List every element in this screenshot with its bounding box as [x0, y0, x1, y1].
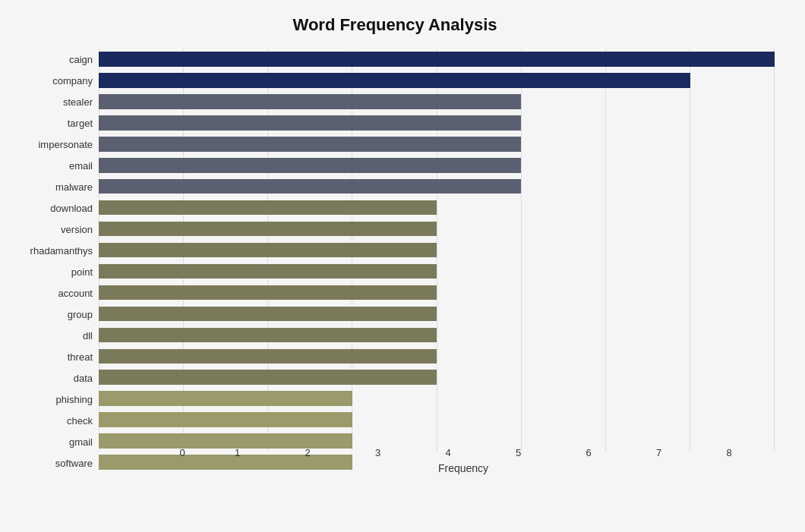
bar	[99, 115, 521, 131]
x-tick: 7	[644, 447, 674, 458]
y-label: account	[58, 288, 93, 298]
y-label: gmail	[69, 437, 93, 447]
bar	[99, 73, 690, 88]
bar-row	[99, 134, 775, 155]
bar	[99, 391, 352, 406]
bar	[99, 307, 437, 322]
bar	[99, 243, 437, 258]
bar-row	[99, 324, 775, 345]
bar-row	[99, 261, 775, 282]
x-tick: 2	[292, 447, 323, 458]
y-label: email	[69, 161, 93, 171]
bar	[99, 285, 437, 301]
y-label: version	[61, 225, 93, 235]
bar-row	[99, 176, 775, 197]
bar-row	[99, 303, 775, 324]
bar-row	[99, 49, 775, 70]
bar	[99, 179, 521, 194]
x-tick: 6	[573, 447, 604, 458]
y-label: data	[74, 373, 93, 383]
y-label: phishing	[56, 395, 93, 405]
bar	[99, 52, 775, 67]
y-label: download	[50, 203, 93, 213]
y-label: threat	[68, 352, 93, 362]
x-tick: 1	[223, 447, 253, 458]
x-tick: 0	[167, 447, 197, 458]
y-label: malware	[55, 182, 93, 192]
bar-row	[99, 219, 775, 240]
x-tick: 8	[714, 447, 744, 458]
bar	[99, 158, 521, 173]
y-label: point	[71, 267, 93, 277]
y-label: rhadamanthys	[30, 246, 93, 256]
bar-row	[99, 112, 775, 134]
y-label: dll	[83, 331, 93, 341]
y-label: caign	[69, 55, 93, 65]
x-tick: 4	[433, 447, 463, 458]
bar	[99, 349, 437, 364]
bar	[99, 328, 437, 343]
bar-row	[99, 282, 775, 303]
bar	[99, 412, 352, 427]
x-axis: 012345678	[182, 444, 744, 459]
bottom-area: 012345678 Frequency	[182, 444, 744, 474]
bar-row	[99, 155, 775, 176]
x-tick: 3	[363, 447, 393, 458]
y-label: impersonate	[38, 140, 93, 150]
chart-title: Word Frequency Analysis	[15, 15, 775, 35]
bar-row	[99, 345, 775, 367]
bar-row	[99, 91, 775, 112]
y-label: software	[55, 458, 93, 468]
bar-row	[99, 367, 775, 388]
bars-wrapper	[99, 49, 775, 474]
bar	[99, 94, 521, 109]
bar	[99, 370, 437, 385]
bar	[99, 200, 437, 216]
bar	[99, 264, 437, 279]
y-label: target	[68, 118, 93, 128]
bar	[99, 137, 521, 152]
bar-row	[99, 388, 775, 409]
bar-row	[99, 409, 775, 430]
x-tick: 5	[504, 447, 534, 458]
bar-row	[99, 70, 775, 91]
y-label: check	[67, 416, 93, 426]
x-axis-label: Frequency	[182, 462, 744, 474]
bar-row	[99, 240, 775, 261]
chart-area: caigncompanystealertargetimpersonateemai…	[15, 49, 775, 474]
y-label: company	[52, 76, 93, 86]
y-label: group	[68, 310, 93, 320]
y-label: stealer	[63, 97, 93, 107]
chart-container: Word Frequency Analysis caigncompanystea…	[0, 0, 805, 532]
bar	[99, 222, 437, 237]
bars-area: 012345678 Frequency	[99, 49, 775, 474]
y-labels: caigncompanystealertargetimpersonateemai…	[15, 49, 99, 474]
bar-row	[99, 197, 775, 219]
